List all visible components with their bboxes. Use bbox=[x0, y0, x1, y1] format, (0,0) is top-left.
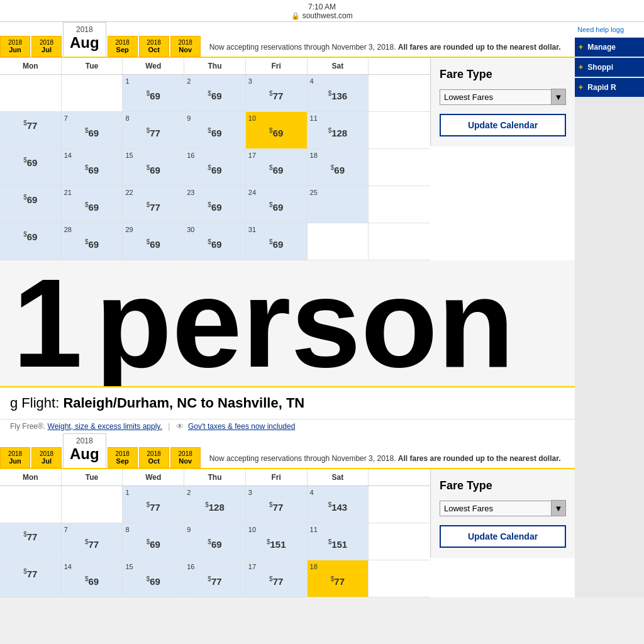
tax-note-link[interactable]: Gov't taxes & fees now included bbox=[188, 422, 295, 431]
cal-cell-day-4[interactable]: 4$136 bbox=[308, 75, 369, 111]
cal-row-1: $777$698$779$6910$6911$128 bbox=[0, 112, 430, 149]
month-tab-oct[interactable]: 2018Oct bbox=[139, 36, 169, 57]
month-tab-aug[interactable]: 2018Aug bbox=[63, 22, 106, 57]
cal-cell-day-11[interactable]: 11$128 bbox=[308, 112, 369, 148]
month-tab-nov[interactable]: 2018Nov bbox=[170, 36, 201, 57]
cal-cell-day-3[interactable]: 3$77 bbox=[246, 486, 308, 523]
cal-cell-day-15[interactable]: 15$69 bbox=[123, 149, 184, 186]
cal-cell-day-7[interactable]: 7$69 bbox=[62, 112, 123, 148]
cal-cell-day-8[interactable]: 8$69 bbox=[123, 523, 184, 560]
cal-cell-day-28[interactable]: 28$69 bbox=[62, 223, 123, 260]
cal-cell-day-15[interactable]: 15$69 bbox=[123, 560, 184, 597]
month-tab-jul[interactable]: 2018Jul bbox=[31, 447, 62, 468]
cal-row-4: $6928$6929$6930$6931$69 bbox=[0, 223, 430, 260]
month-tab-jul[interactable]: 2018Jul bbox=[31, 36, 62, 57]
return-fare-select-wrapper: Lowest Fares Business Select Anytime Wan… bbox=[440, 500, 566, 516]
return-fare-select[interactable]: Lowest Fares Business Select Anytime Wan… bbox=[440, 501, 552, 516]
cal-row-2: $6914$6915$6916$6917$6918$69 bbox=[0, 149, 430, 186]
cal-cell-day-3[interactable]: 3$77 bbox=[246, 75, 308, 111]
cal-cell-empty bbox=[308, 223, 369, 260]
overlay-word: person bbox=[95, 260, 514, 386]
outbound-notice-strong: All fares are rounded up to the nearest … bbox=[398, 43, 561, 52]
outbound-notice-text: Now accepting reservations through Novem… bbox=[209, 43, 398, 52]
outbound-fare-dropdown-arrow[interactable]: ▼ bbox=[551, 89, 566, 105]
cal-cell-day-7[interactable]: 7$77 bbox=[62, 523, 123, 560]
cal-cell-day-21[interactable]: 21$69 bbox=[62, 186, 123, 223]
cal-cell-day-4[interactable]: 4$143 bbox=[308, 486, 369, 523]
page-wrapper: 2018Jun2018Jul2018Aug2018Sep2018Oct2018N… bbox=[0, 22, 644, 597]
cal-cell-day-24[interactable]: 24$69 bbox=[246, 186, 308, 223]
sidebar-rapid-button[interactable]: + Rapid R bbox=[575, 78, 644, 97]
cal-cell-day-31[interactable]: 31$69 bbox=[246, 223, 308, 260]
cal-cell-21-partial[interactable]: $69 bbox=[0, 186, 62, 223]
day-header-sat: Sat bbox=[308, 58, 369, 74]
month-tab-jun[interactable]: 2018Jun bbox=[0, 447, 30, 468]
cal-cell-day-9[interactable]: 9$69 bbox=[184, 523, 246, 560]
cal-cell-day-17[interactable]: 17$69 bbox=[246, 149, 308, 186]
cal-cell-day-22[interactable]: 22$77 bbox=[123, 186, 184, 223]
month-tab-sep[interactable]: 2018Sep bbox=[108, 36, 138, 57]
cal-cell-day-29[interactable]: 29$69 bbox=[123, 223, 184, 260]
outbound-fare-select[interactable]: Lowest Fares Business Select Anytime Wan… bbox=[440, 89, 552, 105]
cal-row-2: $7714$6915$6916$7717$7718$77 bbox=[0, 560, 430, 597]
cal-cell-day-18[interactable]: 18$69 bbox=[308, 149, 369, 186]
cal-cell-day-18[interactable]: 18$77 bbox=[308, 560, 369, 597]
cal-row-0: 1$772$1283$774$143 bbox=[0, 486, 430, 523]
outbound-update-calendar-button[interactable]: Update Calendar bbox=[440, 114, 566, 136]
return-flight-title: g Flight: Raleigh/Durham, NC to Nashvill… bbox=[10, 395, 565, 411]
plus-icon-manage: + bbox=[579, 43, 583, 52]
cal-cell-day-10[interactable]: 10$151 bbox=[246, 523, 308, 560]
return-notice-text: Now accepting reservations through Novem… bbox=[209, 454, 398, 463]
cal-cell-day-16[interactable]: 16$77 bbox=[184, 560, 246, 597]
month-tab-aug[interactable]: 2018Aug bbox=[63, 433, 106, 468]
sidebar-manage-button[interactable]: + Manage bbox=[575, 38, 644, 57]
day-header-sat: Sat bbox=[308, 469, 369, 486]
return-notice-strong: All fares are rounded up to the nearest … bbox=[398, 454, 561, 463]
cal-cell-day-23[interactable]: 23$69 bbox=[184, 186, 246, 223]
return-calendar-grid: MonTueWedThuFriSat 1$772$1283$774$143$77… bbox=[0, 469, 430, 597]
cal-cell-day-11[interactable]: 11$151 bbox=[308, 523, 369, 560]
return-flight-header: g Flight: Raleigh/Durham, NC to Nashvill… bbox=[0, 386, 575, 419]
cal-cell-day-16[interactable]: 16$69 bbox=[184, 149, 246, 186]
return-calendar-fare-wrapper: MonTueWedThuFriSat 1$772$1283$774$143$77… bbox=[0, 469, 575, 597]
day-header-tue: Tue bbox=[62, 58, 123, 74]
cal-cell-14-partial[interactable]: $77 bbox=[0, 560, 62, 597]
cal-cell-day-9[interactable]: 9$69 bbox=[184, 112, 246, 148]
cal-cell-14-partial[interactable]: $69 bbox=[0, 149, 62, 186]
cal-cell-day-1[interactable]: 1$77 bbox=[123, 486, 184, 523]
bag-fee-link[interactable]: Weight, size & excess limits apply. bbox=[48, 422, 162, 431]
return-day-headers: MonTueWedThuFriSat bbox=[0, 469, 430, 486]
cal-cell-day-14[interactable]: 14$69 bbox=[62, 149, 123, 186]
cal-cell-day-17[interactable]: 17$77 bbox=[246, 560, 308, 597]
sidebar-manage-label: Manage bbox=[587, 43, 616, 52]
big-overlay: 1 person bbox=[0, 260, 575, 386]
return-notice: Now accepting reservations through Novem… bbox=[202, 449, 575, 468]
outbound-day-headers: MonTueWedThuFriSat bbox=[0, 58, 430, 75]
month-tab-jun[interactable]: 2018Jun bbox=[0, 36, 30, 57]
cal-cell-day-30[interactable]: 30$69 bbox=[184, 223, 246, 260]
cal-cell-day-14[interactable]: 14$69 bbox=[62, 560, 123, 597]
cal-cell-day-1[interactable]: 1$69 bbox=[123, 75, 184, 111]
return-update-calendar-button[interactable]: Update Calendar bbox=[440, 525, 566, 548]
cal-cell-day-8[interactable]: 8$77 bbox=[123, 112, 184, 148]
outbound-month-nav: 2018Jun2018Jul2018Aug2018Sep2018Oct2018N… bbox=[0, 22, 575, 58]
cal-cell-empty bbox=[62, 75, 123, 111]
cal-cell-7-partial[interactable]: $77 bbox=[0, 112, 62, 148]
month-tab-oct[interactable]: 2018Oct bbox=[139, 447, 169, 468]
pipe-divider: | bbox=[168, 422, 170, 431]
top-bar: 7:10 AM 🔒 southwest.com bbox=[0, 0, 644, 22]
cal-cell-28-partial[interactable]: $69 bbox=[0, 223, 62, 260]
cal-cell-day-10[interactable]: 10$69 bbox=[246, 112, 308, 148]
day-header-thu: Thu bbox=[184, 58, 246, 74]
cal-cell-7-partial[interactable]: $77 bbox=[0, 523, 62, 560]
day-header-thu: Thu bbox=[184, 469, 246, 486]
month-tab-nov[interactable]: 2018Nov bbox=[170, 447, 201, 468]
return-fare-dropdown-arrow[interactable]: ▼ bbox=[551, 500, 566, 516]
day-header-mon: Mon bbox=[0, 58, 62, 74]
month-tab-sep[interactable]: 2018Sep bbox=[108, 447, 138, 468]
return-section: 2018Jun2018Jul2018Aug2018Sep2018Oct2018N… bbox=[0, 433, 575, 597]
cal-cell-day-2[interactable]: 2$69 bbox=[184, 75, 246, 111]
sidebar-shopping-button[interactable]: + Shoppi bbox=[575, 58, 644, 77]
cal-cell-day-25[interactable]: 25 bbox=[308, 186, 369, 223]
cal-cell-day-2[interactable]: 2$128 bbox=[184, 486, 246, 523]
